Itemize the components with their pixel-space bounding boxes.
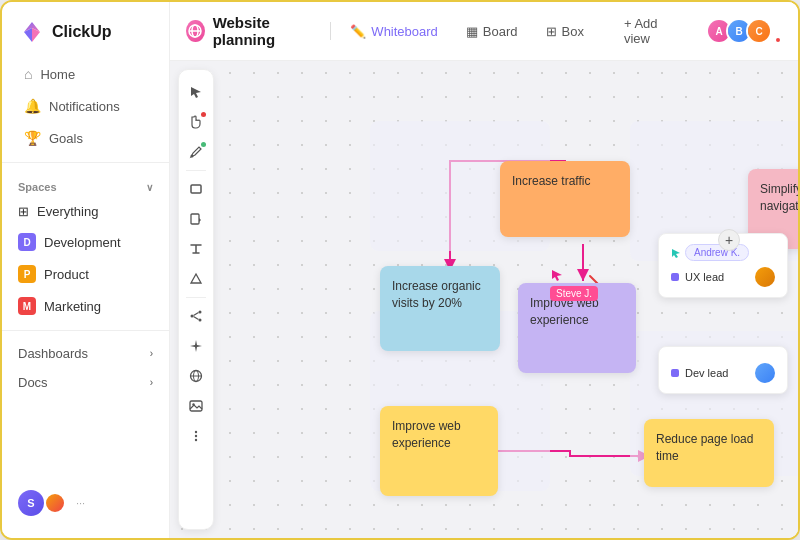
product-dot: P xyxy=(18,265,36,283)
tool-cursor[interactable] xyxy=(182,78,210,106)
add-button[interactable]: + xyxy=(718,229,740,251)
clickup-logo-icon xyxy=(18,18,46,46)
card-dev-lead[interactable]: Dev lead xyxy=(658,346,788,394)
sidebar-notifications-label: Notifications xyxy=(49,99,120,114)
sidebar: ClickUp ⌂ Home 🔔 Notifications 🏆 Goals S… xyxy=(2,2,170,538)
svg-line-10 xyxy=(194,317,199,320)
page-title: Website planning xyxy=(213,14,318,48)
svg-point-3 xyxy=(191,155,194,158)
card-lead-label: UX lead xyxy=(685,271,724,283)
spaces-chevron: ∨ xyxy=(146,182,153,193)
sidebar-item-home[interactable]: ⌂ Home xyxy=(8,59,163,89)
spaces-label: Spaces xyxy=(18,181,57,193)
canvas-toolbar xyxy=(178,69,214,530)
tool-more[interactable] xyxy=(182,422,210,450)
cursor-icon-steve xyxy=(550,268,564,282)
tab-board[interactable]: ▦ Board xyxy=(458,20,526,43)
tool-text[interactable] xyxy=(182,235,210,263)
add-view-label: + Add view xyxy=(624,16,678,46)
tool-hand[interactable] xyxy=(182,108,210,136)
nodes-icon xyxy=(189,309,203,323)
cursor-steve: Steve J. xyxy=(550,268,564,286)
user-avatars-group: A B C xyxy=(706,18,782,44)
sticky-note-text: Simplify navigation xyxy=(760,182,798,213)
ux-lead-avatar xyxy=(755,267,775,287)
logo: ClickUp xyxy=(2,14,169,58)
tool-nodes[interactable] xyxy=(182,302,210,330)
svg-point-18 xyxy=(195,439,197,441)
footer-dots: ··· xyxy=(76,497,85,509)
sticky-note-text: Increase organic visits by 20% xyxy=(392,279,481,310)
whiteboard-icon: ✏️ xyxy=(350,24,366,39)
sticky-note-improve-web-2[interactable]: Improve web experience xyxy=(380,406,498,496)
tool-rect[interactable] xyxy=(182,175,210,203)
svg-rect-4 xyxy=(191,185,201,193)
tab-box[interactable]: ⊞ Box xyxy=(538,20,592,43)
note-icon xyxy=(189,212,203,226)
svg-point-16 xyxy=(195,431,197,433)
tool-shapes[interactable] xyxy=(182,265,210,293)
globe-icon xyxy=(189,369,203,383)
home-icon: ⌂ xyxy=(24,66,32,82)
whiteboard-label: Whiteboard xyxy=(371,24,437,39)
docs-chevron: › xyxy=(150,377,153,388)
spaces-section: Spaces ∨ xyxy=(2,171,169,197)
marketing-label: Marketing xyxy=(44,299,101,314)
sidebar-item-development[interactable]: D Development xyxy=(2,227,169,257)
dashboards-label: Dashboards xyxy=(18,346,88,361)
hand-icon xyxy=(189,115,203,129)
svg-point-17 xyxy=(195,435,197,437)
sidebar-home-label: Home xyxy=(40,67,75,82)
tool-image[interactable] xyxy=(182,392,210,420)
sidebar-item-product[interactable]: P Product xyxy=(2,259,169,289)
sticky-note-reduce-load[interactable]: Reduce page load time xyxy=(644,419,774,487)
add-view-button[interactable]: + Add view xyxy=(616,12,686,50)
website-planning-icon xyxy=(188,24,202,38)
rect-icon xyxy=(189,182,203,196)
sidebar-divider-2 xyxy=(2,330,169,331)
sidebar-item-dashboards[interactable]: Dashboards › xyxy=(2,339,169,368)
pen-icon xyxy=(189,145,203,159)
sidebar-goals-label: Goals xyxy=(49,131,83,146)
bell-icon: 🔔 xyxy=(24,98,41,114)
tab-whiteboard[interactable]: ✏️ Whiteboard xyxy=(342,20,445,43)
lead-color-dot xyxy=(671,273,679,281)
card-dev-label: Dev lead xyxy=(685,367,728,379)
sticky-note-organic-visits[interactable]: Increase organic visits by 20% xyxy=(380,266,500,351)
sidebar-item-docs[interactable]: Docs › xyxy=(2,368,169,397)
toolbar-divider-1 xyxy=(186,170,206,171)
card-dev-row: Dev lead xyxy=(671,363,775,383)
product-label: Product xyxy=(44,267,89,282)
tool-pen[interactable] xyxy=(182,138,210,166)
docs-label: Docs xyxy=(18,375,48,390)
sticky-note-increase-traffic[interactable]: Increase traffic xyxy=(500,161,630,237)
sidebar-item-goals[interactable]: 🏆 Goals xyxy=(8,123,163,153)
svg-rect-14 xyxy=(190,401,202,411)
dev-lead-dot xyxy=(671,369,679,377)
more-icon xyxy=(189,429,203,443)
box-label: Box xyxy=(562,24,584,39)
board-icon: ▦ xyxy=(466,24,478,39)
tool-globe[interactable] xyxy=(182,362,210,390)
sidebar-item-marketing[interactable]: M Marketing xyxy=(2,291,169,321)
sidebar-item-everything[interactable]: ⊞ Everything xyxy=(2,198,169,225)
marketing-dot: M xyxy=(18,297,36,315)
card-lead-row: UX lead xyxy=(671,267,775,287)
sticky-note-text: Improve web experience xyxy=(392,419,461,450)
text-icon xyxy=(189,242,203,256)
canvas-area[interactable]: Increase traffic Improve web experience … xyxy=(170,61,798,538)
steve-label: Steve J. xyxy=(550,286,598,301)
dashboards-chevron: › xyxy=(150,348,153,359)
everything-label: Everything xyxy=(37,204,98,219)
avatar-red-dot xyxy=(774,36,782,44)
tool-note[interactable] xyxy=(182,205,210,233)
board-label: Board xyxy=(483,24,518,39)
box-icon: ⊞ xyxy=(546,24,557,39)
image-icon xyxy=(189,399,203,413)
tool-sparkle[interactable] xyxy=(182,332,210,360)
sidebar-item-notifications[interactable]: 🔔 Notifications xyxy=(8,91,163,121)
shapes-icon xyxy=(189,272,203,286)
avatar-3: C xyxy=(746,18,772,44)
user-avatar: S xyxy=(18,490,44,516)
development-label: Development xyxy=(44,235,121,250)
